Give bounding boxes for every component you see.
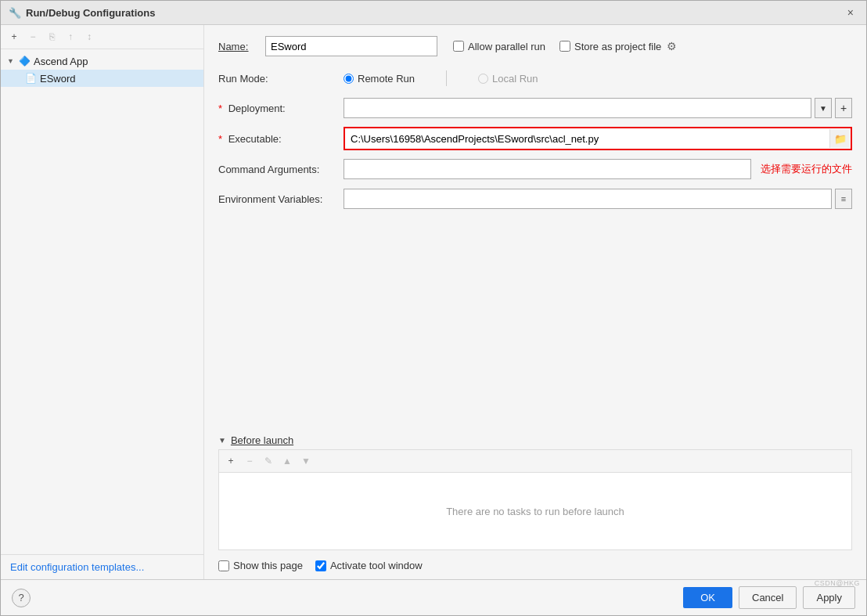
name-row: Name: Allow parallel run Store as projec… bbox=[218, 36, 852, 56]
title-bar: 🔧 Run/Debug Configurations × bbox=[1, 1, 866, 25]
deployment-select-wrap: ▼ + bbox=[344, 98, 852, 118]
executable-label-text: Executable: bbox=[228, 133, 282, 145]
name-label: Name: bbox=[218, 41, 257, 52]
deployment-label: * Deployment: bbox=[218, 103, 344, 114]
environment-variables-edit-button[interactable]: ≡ bbox=[835, 189, 852, 209]
executable-row: * Executable: 📁 bbox=[218, 127, 852, 150]
deployment-row: * Deployment: ▼ + bbox=[218, 97, 852, 119]
remove-config-button[interactable]: − bbox=[24, 28, 41, 45]
tree-expand-arrow: ▼ bbox=[7, 57, 15, 65]
add-config-button[interactable]: + bbox=[5, 28, 23, 45]
left-panel: + − ⎘ ↑ ↕ ▼ 🔷 Ascend App 📄 ESword Edit c… bbox=[1, 25, 204, 579]
allow-parallel-label[interactable]: Allow parallel run bbox=[468, 41, 545, 52]
dialog-title: Run/Debug Configurations bbox=[26, 7, 155, 19]
run-mode-label: Run Mode: bbox=[218, 73, 344, 85]
store-project-label[interactable]: Store as project file bbox=[574, 41, 661, 52]
deployment-label-text: Deployment: bbox=[228, 103, 286, 114]
bottom-checks: Show this page Activate tool window bbox=[218, 560, 852, 571]
deployment-control: ▼ + bbox=[344, 98, 852, 118]
before-launch-content: There are no tasks to run before launch bbox=[218, 472, 852, 550]
command-arguments-control: 选择需要运行的文件 bbox=[344, 159, 852, 179]
sort-config-button[interactable]: ↕ bbox=[81, 28, 98, 45]
remote-run-option: Remote Run bbox=[344, 73, 415, 85]
show-page-checkbox[interactable] bbox=[218, 560, 229, 571]
env-vars-input-wrap: ≡ bbox=[344, 189, 852, 209]
command-arguments-input[interactable] bbox=[344, 159, 751, 179]
executable-input[interactable] bbox=[346, 129, 826, 148]
before-launch-header[interactable]: ▼ Before launch bbox=[218, 434, 852, 446]
before-launch-section: ▼ Before launch + − ✎ ▲ ▼ There are no t… bbox=[218, 434, 852, 550]
show-page-label[interactable]: Show this page bbox=[233, 560, 303, 571]
left-toolbar: + − ⎘ ↑ ↕ bbox=[1, 25, 203, 49]
before-launch-arrow: ▼ bbox=[218, 436, 226, 445]
move-up-config-button[interactable]: ↑ bbox=[62, 28, 79, 45]
local-run-option: Local Run bbox=[478, 73, 538, 85]
store-project-checkbox[interactable] bbox=[559, 41, 570, 52]
remote-run-label[interactable]: Remote Run bbox=[358, 73, 415, 85]
edit-config-link-area: Edit configuration templates... bbox=[1, 554, 203, 579]
local-run-label[interactable]: Local Run bbox=[492, 73, 538, 85]
environment-variables-control: ≡ bbox=[344, 189, 852, 209]
tree-item-esword[interactable]: 📄 ESword bbox=[1, 70, 203, 87]
activate-tool-checkbox[interactable] bbox=[315, 560, 326, 571]
copy-config-button[interactable]: ⎘ bbox=[43, 28, 60, 45]
run-mode-radio-group: Remote Run Local Run bbox=[344, 70, 538, 86]
before-launch-remove-button[interactable]: − bbox=[241, 452, 258, 470]
footer-left: ? bbox=[12, 589, 31, 607]
local-run-radio[interactable] bbox=[478, 74, 488, 84]
executable-folder-button[interactable]: 📁 bbox=[829, 129, 850, 148]
allow-parallel-checkbox[interactable] bbox=[453, 41, 464, 52]
name-label-text: Name: bbox=[218, 41, 248, 52]
tree-child-label: ESword bbox=[40, 73, 76, 85]
before-launch-down-button[interactable]: ▼ bbox=[297, 452, 315, 470]
cancel-button[interactable]: Cancel bbox=[739, 586, 797, 609]
before-launch-toolbar: + − ✎ ▲ ▼ bbox=[218, 449, 852, 472]
run-mode-divider bbox=[446, 70, 447, 86]
ascend-group-icon: 🔷 bbox=[18, 55, 31, 67]
title-bar-left: 🔧 Run/Debug Configurations bbox=[9, 6, 155, 19]
deployment-select[interactable] bbox=[344, 98, 811, 118]
deployment-add-button[interactable]: + bbox=[835, 98, 852, 118]
tree-group-ascend[interactable]: ▼ 🔷 Ascend App bbox=[1, 52, 203, 70]
tree-group-label: Ascend App bbox=[34, 56, 88, 67]
store-project-gear-icon[interactable]: ⚙ bbox=[667, 40, 677, 52]
command-arguments-input-wrap: 选择需要运行的文件 bbox=[344, 159, 852, 179]
esword-icon: 📄 bbox=[24, 72, 37, 85]
environment-variables-label: Environment Variables: bbox=[218, 193, 344, 205]
no-tasks-text: There are no tasks to run before launch bbox=[446, 506, 624, 517]
close-button[interactable]: × bbox=[843, 5, 858, 20]
show-page-group: Show this page bbox=[218, 560, 303, 571]
before-launch-title-text: Before launch bbox=[231, 434, 293, 446]
run-mode-options: Remote Run Local Run bbox=[344, 70, 852, 86]
executable-label: * Executable: bbox=[218, 133, 344, 145]
help-button[interactable]: ? bbox=[12, 589, 31, 607]
activate-tool-label[interactable]: Activate tool window bbox=[330, 560, 423, 571]
form-section: Run Mode: Remote Run Local Run bbox=[218, 67, 852, 428]
apply-button[interactable]: Apply bbox=[803, 586, 855, 609]
before-launch-add-button[interactable]: + bbox=[222, 452, 239, 470]
name-options: Allow parallel run Store as project file… bbox=[453, 40, 677, 52]
executable-control: 📁 bbox=[344, 127, 852, 150]
dialog-icon: 🔧 bbox=[9, 6, 21, 19]
environment-variables-row: Environment Variables: ≡ bbox=[218, 188, 852, 210]
footer-right: OK Cancel Apply bbox=[683, 586, 855, 609]
before-launch-up-button[interactable]: ▲ bbox=[279, 452, 296, 470]
remote-run-radio[interactable] bbox=[344, 74, 354, 84]
dialog-footer: ? OK Cancel Apply bbox=[1, 579, 866, 615]
dialog-body: + − ⎘ ↑ ↕ ▼ 🔷 Ascend App 📄 ESword Edit c… bbox=[1, 25, 866, 579]
command-arguments-row: Command Arguments: 选择需要运行的文件 bbox=[218, 158, 852, 180]
edit-config-link[interactable]: Edit configuration templates... bbox=[10, 561, 144, 573]
before-launch-edit-button[interactable]: ✎ bbox=[260, 452, 277, 470]
run-debug-dialog: 🔧 Run/Debug Configurations × + − ⎘ ↑ ↕ ▼… bbox=[0, 0, 867, 616]
environment-variables-input[interactable] bbox=[344, 189, 832, 209]
executable-input-wrap: 📁 bbox=[344, 127, 852, 150]
activate-tool-group: Activate tool window bbox=[315, 560, 423, 571]
command-arguments-hint: 选择需要运行的文件 bbox=[761, 162, 852, 176]
ok-button[interactable]: OK bbox=[683, 587, 732, 608]
executable-required-star: * bbox=[218, 133, 222, 145]
name-input[interactable] bbox=[265, 36, 437, 56]
deployment-dropdown-arrow[interactable]: ▼ bbox=[815, 98, 832, 118]
before-launch-title: Before launch bbox=[231, 434, 293, 446]
command-arguments-label: Command Arguments: bbox=[218, 164, 344, 175]
config-tree: ▼ 🔷 Ascend App 📄 ESword bbox=[1, 49, 203, 554]
